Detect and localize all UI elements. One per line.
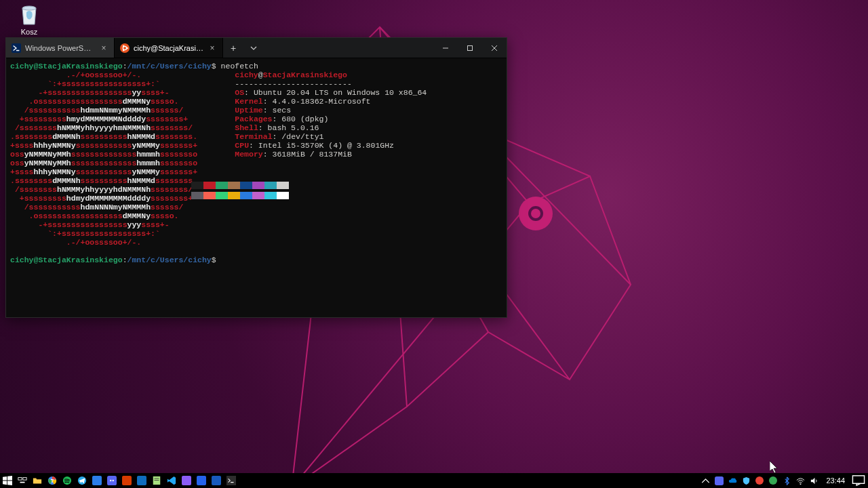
taskbar-app-telegram[interactable] [75, 473, 90, 488]
svg-point-2 [120, 43, 130, 53]
tab-strip: Windows PowerShell × cichy@StacjaKrasins… [6, 38, 433, 58]
svg-rect-9 [18, 478, 22, 481]
task-view-button[interactable] [15, 473, 30, 488]
start-button[interactable] [0, 473, 15, 488]
svg-rect-10 [23, 478, 26, 481]
tab-dropdown-button[interactable] [243, 38, 264, 58]
taskbar-app-chrome[interactable] [45, 473, 60, 488]
volume-icon [810, 476, 818, 485]
svg-point-5 [123, 45, 125, 47]
taskbar-app-discord[interactable] [104, 473, 119, 488]
app-icon [137, 476, 146, 485]
svg-rect-11 [20, 482, 25, 483]
chrome-icon [47, 476, 57, 485]
powershell-icon [12, 43, 21, 53]
recycle-bin-label: Kosz [12, 28, 46, 36]
app-icon [92, 476, 102, 485]
taskbar-app-notepadpp[interactable] [149, 473, 164, 488]
clock[interactable]: 23:44 [822, 476, 849, 485]
shield-icon [742, 476, 751, 485]
svg-rect-23 [715, 476, 724, 485]
cloud-icon [728, 476, 737, 485]
terminal-window: Windows PowerShell × cichy@StacjaKrasins… [5, 37, 507, 318]
taskbar-app-generic-4[interactable] [179, 473, 194, 488]
new-tab-button[interactable]: + [223, 38, 243, 58]
svg-point-6 [123, 49, 125, 51]
telegram-icon [77, 476, 87, 485]
ansi-color-palette-light [191, 192, 289, 199]
minimize-button[interactable] [433, 38, 458, 58]
tray-app-2[interactable] [768, 473, 778, 488]
taskbar-app-spotify[interactable] [60, 473, 75, 488]
taskbar-app-generic-2[interactable] [119, 473, 134, 488]
taskbar-app-generic-1[interactable] [90, 473, 104, 488]
tray-overflow[interactable] [700, 473, 711, 488]
action-center-button[interactable] [852, 473, 865, 488]
terminal-body[interactable]: cichy@StacjaKrasinskiego:/mnt/c/Users/ci… [6, 58, 507, 317]
tab-close-icon[interactable]: × [208, 43, 217, 53]
taskbar-app-generic-3[interactable] [134, 473, 149, 488]
tray-discord[interactable] [713, 473, 724, 488]
tab-ubuntu[interactable]: cichy@StacjaKrasinskiego: /mnt × [115, 38, 223, 58]
tab-label: cichy@StacjaKrasinskiego: /mnt [134, 44, 203, 52]
terminal-icon [226, 476, 236, 485]
maximize-button[interactable] [458, 38, 482, 58]
tray-wifi[interactable] [795, 473, 806, 488]
svg-point-4 [126, 47, 128, 49]
svg-rect-25 [852, 476, 864, 483]
ubuntu-icon [120, 43, 130, 53]
taskbar-app-word[interactable] [209, 473, 224, 488]
svg-point-18 [113, 480, 114, 482]
svg-point-17 [110, 480, 111, 482]
bluetooth-icon [783, 476, 791, 485]
folder-icon [33, 476, 42, 485]
taskbar-app-generic-5[interactable] [194, 473, 209, 488]
task-view-icon [18, 476, 27, 485]
tab-close-icon[interactable]: × [99, 43, 108, 53]
chevron-up-icon [701, 476, 710, 485]
tray-app[interactable] [754, 473, 765, 488]
svg-rect-8 [468, 45, 473, 50]
svg-point-24 [800, 483, 802, 485]
ubuntu-logo-icon [519, 197, 553, 230]
wifi-icon [796, 476, 805, 485]
tray-volume[interactable] [808, 473, 819, 488]
taskbar-app-vscode[interactable] [164, 473, 179, 488]
notepad-icon [152, 476, 161, 485]
recycle-bin[interactable]: Kosz [12, 3, 46, 36]
tray-security[interactable] [741, 473, 751, 488]
mouse-cursor-icon [770, 461, 779, 474]
svg-rect-21 [155, 480, 159, 481]
tab-label: Windows PowerShell [25, 44, 95, 52]
app-icon [769, 476, 777, 485]
vscode-icon [167, 476, 176, 485]
word-icon [212, 476, 221, 485]
taskbar: 23:44 [0, 473, 868, 488]
svg-point-0 [22, 6, 36, 10]
svg-rect-16 [107, 476, 117, 485]
close-button[interactable] [482, 38, 507, 58]
taskbar-app-terminal[interactable] [224, 473, 239, 488]
taskbar-app-explorer[interactable] [30, 473, 45, 488]
svg-rect-22 [226, 476, 236, 485]
tab-powershell[interactable]: Windows PowerShell × [6, 38, 115, 58]
app-icon [197, 476, 206, 485]
titlebar[interactable]: Windows PowerShell × cichy@StacjaKrasins… [6, 38, 507, 58]
app-icon [122, 476, 132, 485]
tray-bluetooth[interactable] [781, 473, 792, 488]
recycle-bin-icon [18, 3, 40, 26]
discord-icon [107, 476, 117, 485]
app-icon [755, 476, 764, 485]
svg-rect-20 [155, 479, 159, 479]
app-icon [182, 476, 191, 485]
tray-onedrive[interactable] [727, 473, 738, 488]
ansi-color-palette [191, 182, 289, 189]
windows-icon [3, 476, 12, 485]
spotify-icon [62, 476, 72, 485]
discord-icon [715, 476, 724, 485]
chevron-down-icon [250, 45, 257, 52]
notification-icon [852, 474, 865, 487]
window-controls [433, 38, 507, 58]
